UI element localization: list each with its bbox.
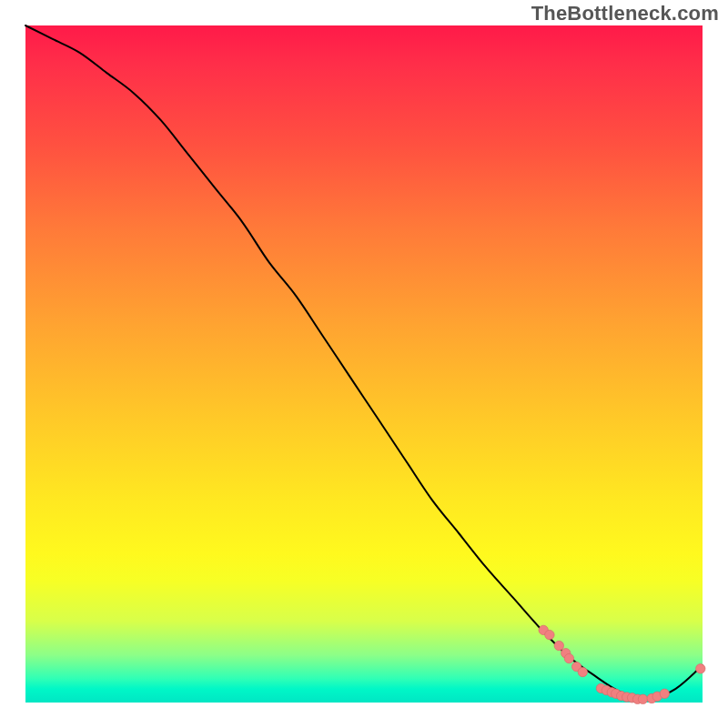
chart-overlay bbox=[25, 25, 703, 703]
highlight-dot bbox=[545, 630, 554, 639]
bottleneck-curve bbox=[25, 25, 703, 699]
highlight-dots-group bbox=[539, 625, 705, 703]
watermark-text: TheBottleneck.com bbox=[531, 2, 719, 25]
plot-area bbox=[25, 25, 703, 703]
highlight-dot bbox=[638, 694, 647, 703]
highlight-dot bbox=[578, 667, 587, 676]
highlight-dot bbox=[660, 689, 669, 698]
highlight-dot bbox=[564, 653, 573, 662]
highlight-dot bbox=[554, 641, 563, 650]
chart-container: TheBottleneck.com bbox=[0, 0, 728, 728]
highlight-dot bbox=[696, 664, 705, 673]
